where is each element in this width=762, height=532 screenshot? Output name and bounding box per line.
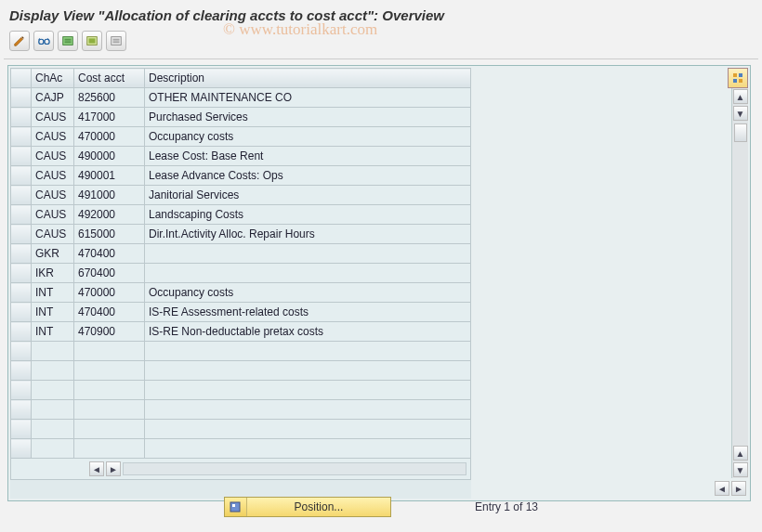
row-selector[interactable]	[11, 400, 32, 420]
cell-cost-acct	[74, 439, 145, 459]
cell-chac: CAUS	[32, 186, 74, 205]
cell-chac	[32, 381, 74, 400]
svg-rect-8	[733, 79, 737, 83]
cell-description	[145, 244, 471, 264]
row-selector[interactable]	[11, 361, 32, 381]
table-row[interactable]: INT470000Occupancy costs	[11, 283, 471, 303]
scroll-left2-icon[interactable]: ◄	[715, 481, 729, 496]
scroll-up-icon[interactable]: ▲	[733, 89, 748, 104]
table-row[interactable]: CAUS492000Landscaping Costs	[11, 205, 471, 225]
row-selector[interactable]	[11, 244, 32, 264]
delimit-button[interactable]	[58, 31, 78, 51]
cell-cost-acct: 470400	[74, 244, 145, 264]
row-selector[interactable]	[11, 283, 32, 303]
scroll-down-icon[interactable]: ▼	[733, 106, 748, 121]
cell-chac	[32, 400, 74, 420]
cell-chac: CAUS	[32, 108, 74, 127]
table-row[interactable]	[11, 381, 471, 400]
cell-description: IS-RE Assessment-related costs	[145, 303, 471, 322]
col-header-chac[interactable]: ChAc	[32, 69, 74, 88]
table-row[interactable]	[11, 361, 471, 381]
row-selector[interactable]	[11, 322, 32, 342]
table-row[interactable]: INT470400IS-RE Assessment-related costs	[11, 303, 471, 322]
vscroll-thumb[interactable]	[734, 123, 747, 142]
cell-description: Lease Cost: Base Rent	[145, 147, 471, 166]
table-row[interactable]: CAUS470000Occupancy costs	[11, 127, 471, 147]
row-selector[interactable]	[11, 205, 32, 225]
position-icon	[225, 498, 247, 516]
cell-chac: CAUS	[32, 225, 74, 244]
col-header-cost-acct[interactable]: Cost acct	[74, 69, 145, 88]
row-selector[interactable]	[11, 420, 32, 439]
cell-description: IS-RE Non-deductable pretax costs	[145, 322, 471, 342]
row-selector[interactable]	[11, 88, 32, 108]
row-selector[interactable]	[11, 127, 32, 147]
details-glasses-button[interactable]	[33, 31, 54, 51]
cell-cost-acct: 470000	[74, 127, 145, 147]
cell-cost-acct: 470900	[74, 322, 145, 342]
cell-chac: INT	[32, 303, 74, 322]
position-button[interactable]: Position...	[224, 497, 391, 517]
footer-bar: Position... Entry 1 of 13	[0, 497, 762, 517]
table-row[interactable]	[11, 400, 471, 420]
scroll-left-icon[interactable]: ◄	[89, 461, 104, 476]
table-row[interactable]: CAJP825600OTHER MAINTENANCE CO	[11, 88, 471, 108]
row-selector[interactable]	[11, 108, 32, 127]
cell-cost-acct	[74, 381, 145, 400]
col-header-description[interactable]: Description	[145, 69, 471, 88]
table-settings-button[interactable]	[728, 68, 748, 88]
table-row[interactable]	[11, 342, 471, 361]
scroll-down2-icon[interactable]: ▼	[733, 462, 748, 477]
cell-chac: CAUS	[32, 147, 74, 166]
cell-cost-acct	[74, 342, 145, 361]
table-frame: ChAc Cost acct Description CAJP825600OTH…	[7, 65, 751, 501]
cell-description: Dir.Int.Activity Alloc. Repair Hours	[145, 225, 471, 244]
row-selector[interactable]	[11, 439, 32, 459]
row-selector[interactable]	[11, 225, 32, 244]
scroll-up2-icon[interactable]: ▲	[733, 446, 748, 461]
row-selector[interactable]	[11, 166, 32, 186]
table-row[interactable]: CAUS491000Janitorial Services	[11, 186, 471, 205]
row-selector[interactable]	[11, 186, 32, 205]
table-row[interactable]: IKR670400	[11, 264, 471, 283]
cell-description: OTHER MAINTENANCE CO	[145, 88, 471, 108]
cell-cost-acct: 490000	[74, 147, 145, 166]
toggle-display-change-button[interactable]	[9, 31, 30, 51]
cell-description: Landscaping Costs	[145, 205, 471, 225]
cell-description: Lease Advance Costs: Ops	[145, 166, 471, 186]
table-row[interactable]	[11, 439, 471, 459]
scroll-right2-icon[interactable]: ►	[731, 481, 746, 496]
cell-chac: CAUS	[32, 127, 74, 147]
row-selector[interactable]	[11, 264, 32, 283]
cell-cost-acct: 490001	[74, 166, 145, 186]
hscroll-track[interactable]	[123, 462, 466, 475]
scroll-right-icon[interactable]: ►	[106, 461, 121, 476]
table-row[interactable]: GKR470400	[11, 244, 471, 264]
vertical-scrollbar[interactable]: ▲ ▼ ▲ ▼	[731, 88, 748, 478]
cell-chac	[32, 361, 74, 381]
svg-rect-11	[232, 504, 235, 507]
table-row[interactable]: CAUS417000Purchased Services	[11, 108, 471, 127]
select-all-button[interactable]	[82, 31, 102, 51]
table-row[interactable]: CAUS490001Lease Advance Costs: Ops	[11, 166, 471, 186]
row-selector[interactable]	[11, 342, 32, 361]
position-button-label: Position...	[247, 500, 390, 513]
svg-rect-6	[733, 73, 737, 77]
svg-rect-9	[739, 79, 742, 83]
cell-chac: INT	[32, 322, 74, 342]
cell-description	[145, 264, 471, 283]
cell-cost-acct: 825600	[74, 88, 145, 108]
col-header-selector[interactable]	[11, 69, 32, 88]
entry-count-text: Entry 1 of 13	[475, 500, 538, 513]
row-selector[interactable]	[11, 303, 32, 322]
table-row[interactable]: CAUS615000Dir.Int.Activity Alloc. Repair…	[11, 225, 471, 244]
cell-description: Purchased Services	[145, 108, 471, 127]
deselect-all-button[interactable]	[106, 31, 126, 51]
cell-cost-acct: 470000	[74, 283, 145, 303]
table-row[interactable]	[11, 420, 471, 439]
row-selector[interactable]	[11, 381, 32, 400]
row-selector[interactable]	[11, 147, 32, 166]
application-toolbar	[0, 27, 762, 58]
table-row[interactable]: CAUS490000Lease Cost: Base Rent	[11, 147, 471, 166]
table-row[interactable]: INT470900IS-RE Non-deductable pretax cos…	[11, 322, 471, 342]
